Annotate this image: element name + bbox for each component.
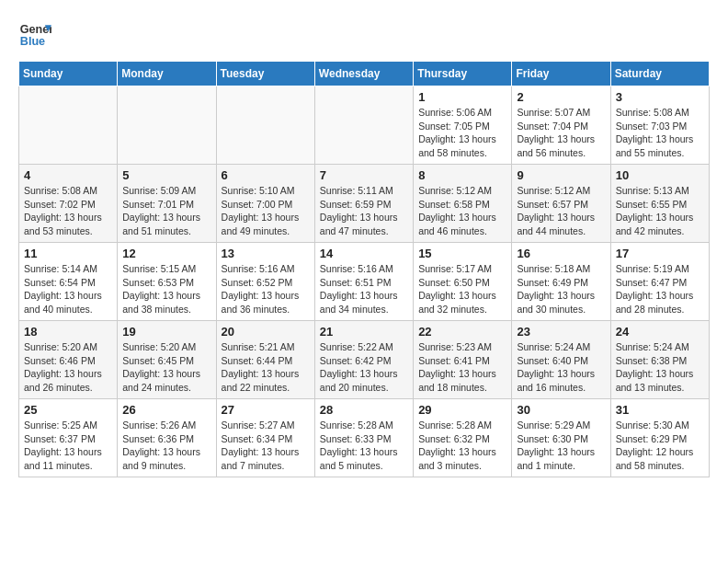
day-number: 3 (616, 90, 704, 104)
day-number: 28 (320, 403, 408, 417)
calendar-cell (118, 86, 216, 165)
day-number: 4 (24, 168, 112, 182)
day-info: Sunrise: 5:24 AMSunset: 6:38 PMDaylight:… (616, 340, 704, 395)
day-info: Sunrise: 5:20 AMSunset: 6:46 PMDaylight:… (24, 340, 112, 395)
week-row-2: 4Sunrise: 5:08 AMSunset: 7:02 PMDaylight… (19, 165, 710, 243)
day-number: 30 (517, 403, 605, 417)
weekday-header-tuesday: Tuesday (216, 62, 314, 86)
calendar-cell: 20Sunrise: 5:21 AMSunset: 6:44 PMDayligh… (216, 321, 314, 399)
calendar-cell: 16Sunrise: 5:18 AMSunset: 6:49 PMDayligh… (512, 243, 610, 321)
day-number: 19 (122, 325, 210, 339)
calendar-cell: 17Sunrise: 5:19 AMSunset: 6:47 PMDayligh… (610, 243, 709, 321)
page-header: General Blue (18, 18, 710, 52)
calendar-cell: 28Sunrise: 5:28 AMSunset: 6:33 PMDayligh… (314, 399, 413, 477)
day-number: 10 (616, 168, 704, 182)
day-number: 14 (320, 247, 408, 260)
calendar-cell: 30Sunrise: 5:29 AMSunset: 6:30 PMDayligh… (512, 399, 610, 477)
day-info: Sunrise: 5:18 AMSunset: 6:49 PMDaylight:… (517, 262, 605, 316)
day-info: Sunrise: 5:21 AMSunset: 6:44 PMDaylight:… (222, 340, 310, 395)
calendar-cell: 15Sunrise: 5:17 AMSunset: 6:50 PMDayligh… (414, 243, 512, 321)
day-number: 25 (24, 403, 112, 417)
day-number: 27 (222, 403, 310, 417)
calendar-cell: 26Sunrise: 5:26 AMSunset: 6:36 PMDayligh… (118, 399, 216, 477)
week-row-5: 25Sunrise: 5:25 AMSunset: 6:37 PMDayligh… (19, 399, 710, 477)
calendar-cell: 6Sunrise: 5:10 AMSunset: 7:00 PMDaylight… (216, 165, 314, 243)
day-info: Sunrise: 5:20 AMSunset: 6:45 PMDaylight:… (122, 340, 210, 395)
day-number: 12 (122, 247, 210, 260)
day-number: 22 (418, 325, 506, 339)
day-info: Sunrise: 5:08 AMSunset: 7:03 PMDaylight:… (616, 106, 704, 160)
day-info: Sunrise: 5:07 AMSunset: 7:04 PMDaylight:… (517, 106, 605, 160)
calendar-cell: 29Sunrise: 5:28 AMSunset: 6:32 PMDayligh… (414, 399, 512, 477)
weekday-header-sunday: Sunday (19, 62, 118, 86)
day-number: 6 (222, 168, 310, 182)
day-info: Sunrise: 5:22 AMSunset: 6:42 PMDaylight:… (320, 340, 408, 395)
day-number: 21 (320, 325, 408, 339)
calendar-cell: 18Sunrise: 5:20 AMSunset: 6:46 PMDayligh… (19, 321, 118, 399)
day-number: 23 (517, 325, 605, 339)
logo-icon: General Blue (18, 18, 51, 52)
day-number: 29 (418, 403, 506, 417)
calendar-cell (314, 86, 413, 165)
day-number: 20 (222, 325, 310, 339)
day-info: Sunrise: 5:08 AMSunset: 7:02 PMDaylight:… (24, 184, 112, 238)
day-info: Sunrise: 5:16 AMSunset: 6:52 PMDaylight:… (222, 262, 310, 316)
day-info: Sunrise: 5:09 AMSunset: 7:01 PMDaylight:… (122, 184, 210, 238)
calendar-cell: 27Sunrise: 5:27 AMSunset: 6:34 PMDayligh… (216, 399, 314, 477)
day-number: 13 (222, 247, 310, 260)
day-number: 18 (24, 325, 112, 339)
calendar-table: SundayMondayTuesdayWednesdayThursdayFrid… (18, 61, 710, 477)
week-row-1: 1Sunrise: 5:06 AMSunset: 7:05 PMDaylight… (19, 86, 710, 165)
day-info: Sunrise: 5:13 AMSunset: 6:55 PMDaylight:… (616, 184, 704, 238)
weekday-header-monday: Monday (118, 62, 216, 86)
calendar-cell: 24Sunrise: 5:24 AMSunset: 6:38 PMDayligh… (610, 321, 709, 399)
logo: General Blue (18, 18, 51, 52)
day-info: Sunrise: 5:15 AMSunset: 6:53 PMDaylight:… (122, 262, 210, 316)
day-number: 7 (320, 168, 408, 182)
day-number: 5 (122, 168, 210, 182)
week-row-3: 11Sunrise: 5:14 AMSunset: 6:54 PMDayligh… (19, 243, 710, 321)
calendar-cell: 2Sunrise: 5:07 AMSunset: 7:04 PMDaylight… (512, 86, 610, 165)
calendar-cell: 1Sunrise: 5:06 AMSunset: 7:05 PMDaylight… (414, 86, 512, 165)
day-info: Sunrise: 5:16 AMSunset: 6:51 PMDaylight:… (320, 262, 408, 316)
day-info: Sunrise: 5:28 AMSunset: 6:32 PMDaylight:… (418, 419, 506, 473)
weekday-header-saturday: Saturday (610, 62, 709, 86)
day-info: Sunrise: 5:17 AMSunset: 6:50 PMDaylight:… (418, 262, 506, 316)
day-info: Sunrise: 5:28 AMSunset: 6:33 PMDaylight:… (320, 419, 408, 473)
calendar-cell: 3Sunrise: 5:08 AMSunset: 7:03 PMDaylight… (610, 86, 709, 165)
calendar-cell: 4Sunrise: 5:08 AMSunset: 7:02 PMDaylight… (19, 165, 118, 243)
day-info: Sunrise: 5:11 AMSunset: 6:59 PMDaylight:… (320, 184, 408, 238)
calendar-cell: 12Sunrise: 5:15 AMSunset: 6:53 PMDayligh… (118, 243, 216, 321)
day-info: Sunrise: 5:25 AMSunset: 6:37 PMDaylight:… (24, 419, 112, 473)
calendar-cell: 14Sunrise: 5:16 AMSunset: 6:51 PMDayligh… (314, 243, 413, 321)
calendar-cell: 31Sunrise: 5:30 AMSunset: 6:29 PMDayligh… (610, 399, 709, 477)
day-info: Sunrise: 5:06 AMSunset: 7:05 PMDaylight:… (418, 106, 506, 160)
calendar-cell: 8Sunrise: 5:12 AMSunset: 6:58 PMDaylight… (414, 165, 512, 243)
calendar-cell (19, 86, 118, 165)
calendar-cell: 9Sunrise: 5:12 AMSunset: 6:57 PMDaylight… (512, 165, 610, 243)
day-number: 11 (24, 247, 112, 260)
calendar-cell: 7Sunrise: 5:11 AMSunset: 6:59 PMDaylight… (314, 165, 413, 243)
day-info: Sunrise: 5:29 AMSunset: 6:30 PMDaylight:… (517, 419, 605, 473)
day-number: 31 (616, 403, 704, 417)
day-number: 16 (517, 247, 605, 260)
calendar-cell (216, 86, 314, 165)
day-info: Sunrise: 5:12 AMSunset: 6:58 PMDaylight:… (418, 184, 506, 238)
day-number: 26 (122, 403, 210, 417)
calendar-cell: 21Sunrise: 5:22 AMSunset: 6:42 PMDayligh… (314, 321, 413, 399)
day-info: Sunrise: 5:12 AMSunset: 6:57 PMDaylight:… (517, 184, 605, 238)
calendar-cell: 25Sunrise: 5:25 AMSunset: 6:37 PMDayligh… (19, 399, 118, 477)
calendar-cell: 10Sunrise: 5:13 AMSunset: 6:55 PMDayligh… (610, 165, 709, 243)
calendar-cell: 19Sunrise: 5:20 AMSunset: 6:45 PMDayligh… (118, 321, 216, 399)
calendar-cell: 11Sunrise: 5:14 AMSunset: 6:54 PMDayligh… (19, 243, 118, 321)
day-info: Sunrise: 5:26 AMSunset: 6:36 PMDaylight:… (122, 419, 210, 473)
day-info: Sunrise: 5:10 AMSunset: 7:00 PMDaylight:… (222, 184, 310, 238)
weekday-header-row: SundayMondayTuesdayWednesdayThursdayFrid… (19, 62, 710, 86)
day-number: 2 (517, 90, 605, 104)
day-number: 15 (418, 247, 506, 260)
weekday-header-friday: Friday (512, 62, 610, 86)
weekday-header-wednesday: Wednesday (314, 62, 413, 86)
day-number: 17 (616, 247, 704, 260)
week-row-4: 18Sunrise: 5:20 AMSunset: 6:46 PMDayligh… (19, 321, 710, 399)
day-number: 1 (418, 90, 506, 104)
